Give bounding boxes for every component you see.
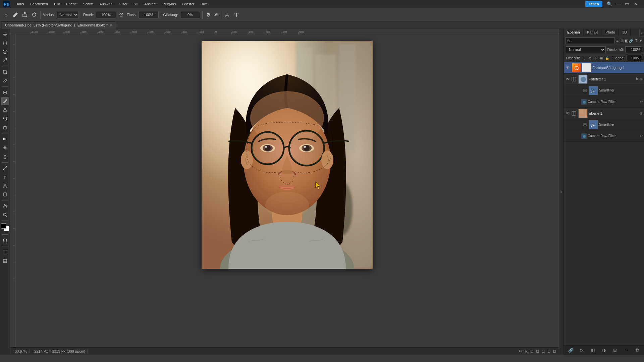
layers-search[interactable] <box>565 37 615 44</box>
type-tool[interactable]: T <box>1 173 9 181</box>
eraser-icon[interactable] <box>21 11 29 19</box>
layer-farbton[interactable]: 👁 <box>564 62 644 73</box>
symmetry-icon[interactable] <box>232 11 240 19</box>
brush-tool-icon[interactable] <box>11 11 19 19</box>
menu-3d[interactable]: 3D <box>131 1 141 7</box>
pen-tool[interactable] <box>1 164 9 172</box>
dodge-tool[interactable] <box>1 153 9 161</box>
hand-tool[interactable] <box>1 202 9 210</box>
paint-bucket-icon[interactable] <box>30 11 38 19</box>
zoom-tool[interactable] <box>1 211 9 219</box>
lasso-tool[interactable] <box>1 48 9 56</box>
window-maximize-icon[interactable]: ▭ <box>623 0 631 8</box>
layer-visibility-ebene1[interactable]: 👁 <box>565 111 571 116</box>
new-layer-btn[interactable]: + <box>623 347 630 354</box>
layer-ebene1[interactable]: 👁 Ebene 1 ◎ <box>564 108 644 119</box>
druck-input[interactable] <box>96 11 116 18</box>
menu-plugins[interactable]: Plug-ins <box>160 1 178 7</box>
panel-expand-btn[interactable]: » <box>639 29 644 37</box>
layer-cameraraw-2[interactable]: Camera Raw-Filter ↩ <box>564 130 644 142</box>
marquee-tool[interactable] <box>1 39 9 47</box>
blend-mode-select[interactable]: Normal <box>566 46 606 53</box>
tab-close-button[interactable]: ✕ <box>110 23 112 27</box>
new-group-layer-btn[interactable]: ⊞ <box>611 347 619 354</box>
smart-filter-expand[interactable] <box>582 89 588 92</box>
blur-tool[interactable] <box>1 144 9 152</box>
menu-bearbeiten[interactable]: Bearbeiten <box>28 1 51 7</box>
menu-schrift[interactable]: Schrift <box>80 1 96 7</box>
color-swatch[interactable] <box>0 223 10 233</box>
foreground-color[interactable] <box>1 223 6 229</box>
layer-view-btn[interactable]: ◧ <box>625 37 628 44</box>
eraser-tool[interactable] <box>1 123 9 131</box>
shape-tool[interactable] <box>1 190 9 198</box>
svg-rect-24 <box>3 193 7 196</box>
fluss-input[interactable] <box>139 11 159 18</box>
link-layers-btn[interactable]: 🔗 <box>629 37 634 44</box>
layer-smartfilter-2[interactable]: SF Smartfilter <box>564 119 644 130</box>
stamp-tool[interactable] <box>1 106 9 114</box>
gradient-tool[interactable] <box>1 135 9 143</box>
quickmask-icon[interactable] <box>1 236 9 244</box>
menu-datei[interactable]: Datei <box>13 1 27 7</box>
new-group-btn[interactable]: ⊞ <box>620 37 624 44</box>
modus-select[interactable]: Normal <box>57 11 79 18</box>
layer-cameraraw-1[interactable]: Camera Raw-Filter ↩ <box>564 96 644 108</box>
fill-input[interactable] <box>627 55 642 61</box>
lock-all-icon[interactable]: 🔒 <box>605 56 609 60</box>
eyedropper-tool[interactable] <box>1 77 9 85</box>
layer-smartfilter-1[interactable]: SF Smartfilter <box>564 85 644 96</box>
wand-tool[interactable] <box>1 56 9 64</box>
brush-tool[interactable] <box>1 97 9 105</box>
canvas-image[interactable] <box>202 41 373 269</box>
home-icon[interactable]: ⌂ <box>2 11 10 19</box>
menu-ebene[interactable]: Ebene <box>63 1 79 7</box>
lock-transparent-icon[interactable]: ⋮ <box>582 56 587 60</box>
channels-tab[interactable]: Kanäle <box>584 29 602 36</box>
teilen-button[interactable]: Teilen <box>585 1 602 7</box>
svg-point-106 <box>289 131 324 166</box>
history-tool[interactable] <box>1 115 9 123</box>
settings-icon[interactable]: ⚙ <box>205 11 213 19</box>
lock-artboard-icon[interactable]: ⊞ <box>599 56 604 60</box>
fullscreen-icon[interactable] <box>1 257 9 265</box>
menu-ansicht[interactable]: Ansicht <box>142 1 159 7</box>
menu-auswahl[interactable]: Auswahl <box>97 1 116 7</box>
path-select-tool[interactable] <box>1 182 9 190</box>
window-minimize-icon[interactable]: — <box>614 0 622 8</box>
filter-btn[interactable]: ▼ <box>639 37 643 44</box>
layers-tab[interactable]: Ebenen <box>564 29 584 36</box>
screen-mode-icon[interactable] <box>1 248 9 256</box>
pressure-icon[interactable] <box>223 11 231 19</box>
layer-fotofilter[interactable]: 👁 Fotofilter 1 fx ◎ <box>564 73 644 85</box>
opacity-input[interactable] <box>625 46 642 53</box>
move-tool[interactable] <box>1 30 9 38</box>
canvas-wrapper[interactable] <box>15 34 559 347</box>
3d-tab[interactable]: 3D <box>619 29 631 36</box>
layer-visibility-farbton[interactable]: 👁 <box>565 65 571 70</box>
search-icon[interactable]: 🔍 <box>606 0 613 8</box>
menu-bild[interactable]: Bild <box>51 1 63 7</box>
menu-hilfe[interactable]: Hilfe <box>198 1 210 7</box>
druck-icon[interactable] <box>117 11 125 19</box>
layer-fx-btn[interactable]: fx <box>578 347 586 354</box>
document-tab[interactable]: Unbenannt-1 bei 31% (Farbton/Sättigung 1… <box>1 21 116 29</box>
layer-mask-btn[interactable]: ◧ <box>589 347 597 354</box>
window-close-icon[interactable]: ✕ <box>632 0 639 8</box>
healing-tool[interactable] <box>1 88 9 97</box>
layer-visibility-fotofilter[interactable]: 👁 <box>565 76 571 82</box>
menu-fenster[interactable]: Fenster <box>179 1 197 7</box>
panel-collapse-button[interactable]: » <box>559 29 564 355</box>
smart-filter-expand-2[interactable] <box>582 123 588 126</box>
glaettung-input[interactable] <box>180 11 200 18</box>
layer-link-btn[interactable]: 🔗 <box>567 347 575 354</box>
layer-adjustment-btn[interactable]: ◑ <box>600 347 608 354</box>
paths-tab[interactable]: Pfade <box>602 29 619 36</box>
lock-position-icon[interactable]: ✛ <box>593 56 598 60</box>
crop-tool[interactable] <box>1 68 9 76</box>
lock-pixels-icon[interactable]: ⊘ <box>588 56 592 60</box>
delete-layer-btn[interactable]: 🗑 <box>634 347 641 354</box>
menu-filter[interactable]: Filter <box>117 1 130 7</box>
layer-kind-filter[interactable]: ≡ <box>615 37 619 44</box>
layer-style-btn[interactable]: T <box>634 37 638 44</box>
